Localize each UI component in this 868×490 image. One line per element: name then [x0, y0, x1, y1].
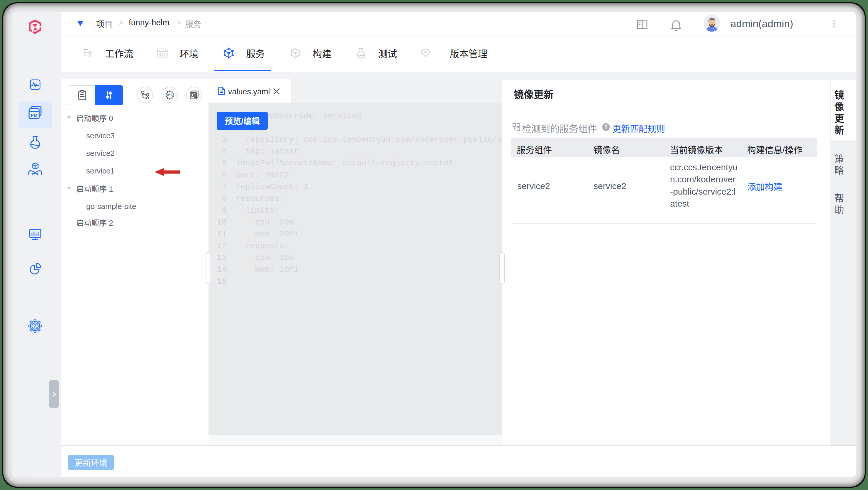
svg-text:?: ?	[604, 124, 608, 130]
svg-text:Z: Z	[33, 323, 37, 329]
svg-text:HELM: HELM	[166, 93, 173, 96]
svg-text:PM: PM	[31, 112, 37, 118]
